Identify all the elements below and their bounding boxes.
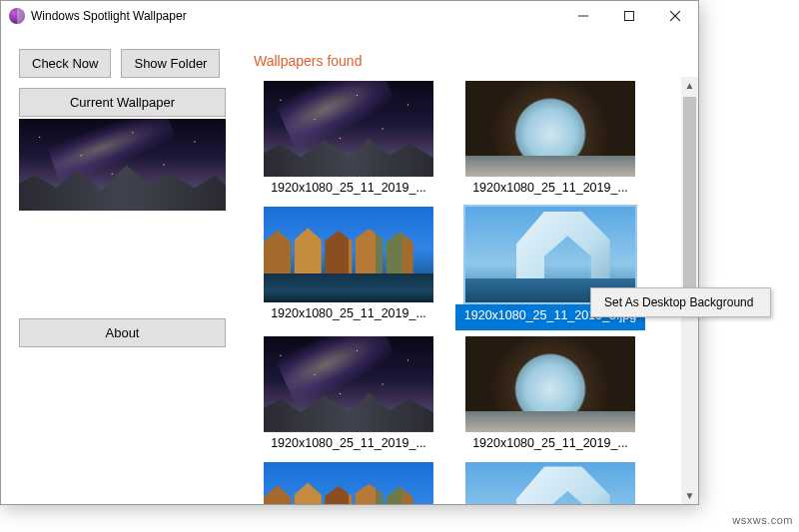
wallpaper-thumbnail[interactable] [465, 462, 635, 504]
wallpaper-thumbnail[interactable] [465, 81, 635, 177]
sidebar: Check Now Show Folder Current Wallpaper … [1, 31, 244, 504]
show-folder-button[interactable]: Show Folder [121, 49, 220, 78]
wallpaper-filename[interactable]: 1920x1080_25_11_2019_... [254, 304, 443, 326]
check-now-button[interactable]: Check Now [19, 49, 111, 78]
gallery-heading: Wallpapers found [244, 31, 698, 77]
wallpaper-item[interactable]: 1920x1080_25_11_2019_... [455, 336, 645, 456]
wallpaper-item[interactable]: 1920x1080_25_11_2019_... [254, 207, 443, 330]
wallpaper-thumbnail[interactable] [264, 81, 433, 177]
wallpaper-thumbnail[interactable] [264, 462, 433, 504]
svg-rect-1 [625, 12, 634, 21]
watermark: wsxws.com [732, 514, 793, 526]
current-wallpaper-preview [19, 119, 226, 211]
wallpaper-item[interactable]: 1920x1080_25_11_2019_... [455, 81, 645, 201]
wallpaper-filename[interactable]: 1920x1080_25_11_2019_... [254, 179, 443, 201]
wallpaper-filename[interactable]: 1920x1080_25_11_2019_... [254, 434, 443, 456]
wallpaper-filename[interactable]: 1920x1080_25_11_2019_... [455, 434, 645, 456]
scrollbar-thumb[interactable] [683, 97, 696, 296]
context-menu: Set As Desktop Background [590, 287, 771, 317]
wallpaper-item[interactable] [455, 462, 645, 504]
close-button[interactable] [652, 1, 698, 31]
wallpaper-filename[interactable]: 1920x1080_25_11_2019_... [455, 179, 645, 201]
wallpaper-thumbnail[interactable] [264, 336, 433, 432]
app-icon [9, 8, 25, 24]
app-window: Windows Spotlight Wallpaper Check Now Sh… [0, 0, 699, 505]
wallpaper-thumbnail[interactable] [465, 336, 635, 432]
minimize-button[interactable] [560, 1, 606, 31]
current-wallpaper-button[interactable]: Current Wallpaper [19, 88, 226, 117]
about-button[interactable]: About [19, 318, 226, 347]
window-title: Windows Spotlight Wallpaper [31, 9, 187, 23]
wallpaper-item[interactable] [254, 462, 443, 504]
wallpaper-thumbnail[interactable] [264, 207, 433, 302]
menu-set-desktop-background[interactable]: Set As Desktop Background [594, 291, 767, 313]
wallpaper-item[interactable]: 1920x1080_25_11_2019_... [254, 81, 443, 201]
scroll-down-icon[interactable]: ▼ [681, 487, 698, 504]
titlebar: Windows Spotlight Wallpaper [1, 1, 698, 31]
scroll-up-icon[interactable]: ▲ [681, 77, 698, 94]
wallpaper-item[interactable]: 1920x1080_25_11_2019_... [254, 336, 443, 456]
maximize-button[interactable] [606, 1, 652, 31]
